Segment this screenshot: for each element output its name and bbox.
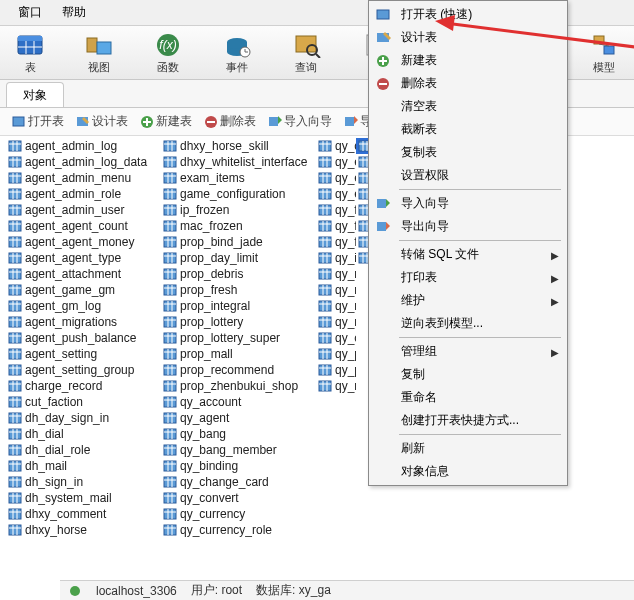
table-row[interactable]: agent_admin_log: [6, 138, 161, 154]
table-row[interactable]: charge_record: [6, 378, 161, 394]
table-row[interactable]: qy_bang_member: [161, 442, 316, 458]
table-row[interactable]: qy_change_card: [161, 474, 316, 490]
table-row[interactable]: dh_system_mail: [6, 490, 161, 506]
ctx-export[interactable]: 导出向导: [371, 215, 565, 238]
table-row[interactable]: prop_fresh: [161, 282, 316, 298]
ctx-new[interactable]: 新建表: [371, 49, 565, 72]
tab-objects[interactable]: 对象: [6, 82, 64, 107]
ctx-shortcut[interactable]: 创建打开表快捷方式...: [371, 409, 565, 432]
table-row[interactable]: dhxy_horse_skill: [161, 138, 316, 154]
menu-help[interactable]: 帮助: [52, 2, 96, 23]
action-import-wizard[interactable]: 导入向导: [264, 112, 336, 131]
table-row[interactable]: dh_day_sign_in: [6, 410, 161, 426]
table-row[interactable]: agent_admin_role: [6, 186, 161, 202]
table-row[interactable]: qy_m: [316, 266, 356, 282]
table-row[interactable]: agent_gm_log: [6, 298, 161, 314]
table-row[interactable]: prop_day_limit: [161, 250, 316, 266]
table-row[interactable]: dh_dial: [6, 426, 161, 442]
table-row[interactable]: exam_items: [161, 170, 316, 186]
table-row[interactable]: qy_m: [316, 298, 356, 314]
ctx-object-info[interactable]: 对象信息: [371, 460, 565, 483]
ctx-clear[interactable]: 清空表: [371, 95, 565, 118]
table-row[interactable]: prop_bind_jade: [161, 234, 316, 250]
table-row[interactable]: qy_fr: [316, 234, 356, 250]
table-row[interactable]: agent_agent_type: [6, 250, 161, 266]
table-row[interactable]: qy_e: [316, 170, 356, 186]
table-row[interactable]: prop_recommend: [161, 362, 316, 378]
table-row[interactable]: qy_n: [316, 314, 356, 330]
action-open-table[interactable]: 打开表: [8, 112, 68, 131]
table-row[interactable]: prop_lottery: [161, 314, 316, 330]
table-row[interactable]: prop_integral: [161, 298, 316, 314]
table-row[interactable]: dh_mail: [6, 458, 161, 474]
table-row[interactable]: qy_e: [316, 186, 356, 202]
ctx-open-fast[interactable]: 打开表 (快速): [371, 3, 565, 26]
table-row[interactable]: ip_frozen: [161, 202, 316, 218]
action-new-table[interactable]: 新建表: [136, 112, 196, 131]
table-row[interactable]: prop_mall: [161, 346, 316, 362]
table-row[interactable]: agent_admin_log_data: [6, 154, 161, 170]
table-row[interactable]: qy_fi: [316, 218, 356, 234]
tool-function[interactable]: f(x) 函数: [148, 32, 189, 75]
table-row[interactable]: qy_convert: [161, 490, 316, 506]
table-row[interactable]: prop_zhenbukui_shop: [161, 378, 316, 394]
tool-table[interactable]: 表: [10, 32, 51, 75]
table-row[interactable]: qy_c: [316, 138, 356, 154]
table-row[interactable]: agent_game_gm: [6, 282, 161, 298]
ctx-refresh[interactable]: 刷新: [371, 437, 565, 460]
table-row[interactable]: qy_o: [316, 330, 356, 346]
ctx-import[interactable]: 导入向导: [371, 192, 565, 215]
menu-window[interactable]: 窗口: [8, 2, 52, 23]
ctx-maintain[interactable]: 维护▶: [371, 289, 565, 312]
table-row[interactable]: cut_faction: [6, 394, 161, 410]
ctx-design[interactable]: 设计表: [371, 26, 565, 49]
table-row[interactable]: qy_i: [316, 250, 356, 266]
ctx-truncate[interactable]: 截断表: [371, 118, 565, 141]
table-row[interactable]: agent_agent_count: [6, 218, 161, 234]
table-row[interactable]: qy_currency: [161, 506, 316, 522]
table-row[interactable]: agent_agent_money: [6, 234, 161, 250]
table-row[interactable]: qy_agent: [161, 410, 316, 426]
table-row[interactable]: qy_fi: [316, 202, 356, 218]
table-row[interactable]: dhxy_comment: [6, 506, 161, 522]
table-row[interactable]: mac_frozen: [161, 218, 316, 234]
table-row[interactable]: prop_lottery_super: [161, 330, 316, 346]
action-delete-table[interactable]: 删除表: [200, 112, 260, 131]
table-row[interactable]: agent_migrations: [6, 314, 161, 330]
table-row[interactable]: qy_binding: [161, 458, 316, 474]
table-row[interactable]: agent_setting: [6, 346, 161, 362]
table-row[interactable]: agent_admin_menu: [6, 170, 161, 186]
table-row[interactable]: dhxy_whitelist_interface: [161, 154, 316, 170]
ctx-dump-sql[interactable]: 转储 SQL 文件▶: [371, 243, 565, 266]
table-row[interactable]: qy_e: [316, 154, 356, 170]
ctx-copy-table[interactable]: 复制表: [371, 141, 565, 164]
ctx-reverse-model[interactable]: 逆向表到模型...: [371, 312, 565, 335]
table-row[interactable]: qy_m: [316, 282, 356, 298]
table-row[interactable]: agent_admin_user: [6, 202, 161, 218]
action-design-table[interactable]: 设计表: [72, 112, 132, 131]
tool-query[interactable]: 查询: [285, 32, 326, 75]
tool-model[interactable]: 模型: [583, 32, 624, 75]
ctx-copy[interactable]: 复制: [371, 363, 565, 386]
tool-view[interactable]: 视图: [79, 32, 120, 75]
table-row[interactable]: qy_bang: [161, 426, 316, 442]
table-row[interactable]: agent_setting_group: [6, 362, 161, 378]
table-row[interactable]: dhxy_horse: [6, 522, 161, 538]
table-row[interactable]: qy_p: [316, 346, 356, 362]
table-row[interactable]: qy_re: [316, 378, 356, 394]
table-row[interactable]: prop_debris: [161, 266, 316, 282]
table-row[interactable]: agent_push_balance: [6, 330, 161, 346]
table-row[interactable]: dh_sign_in: [6, 474, 161, 490]
table-row[interactable]: qy_currency_role: [161, 522, 316, 538]
ctx-print[interactable]: 打印表▶: [371, 266, 565, 289]
ctx-set-permissions[interactable]: 设置权限: [371, 164, 565, 187]
tool-event[interactable]: 事件: [217, 32, 258, 75]
table-row[interactable]: qy_p: [316, 362, 356, 378]
ctx-rename[interactable]: 重命名: [371, 386, 565, 409]
table-row[interactable]: game_configuration: [161, 186, 316, 202]
table-row[interactable]: dh_dial_role: [6, 442, 161, 458]
ctx-delete[interactable]: 删除表: [371, 72, 565, 95]
ctx-manage-group[interactable]: 管理组▶: [371, 340, 565, 363]
table-row[interactable]: agent_attachment: [6, 266, 161, 282]
table-row[interactable]: qy_account: [161, 394, 316, 410]
